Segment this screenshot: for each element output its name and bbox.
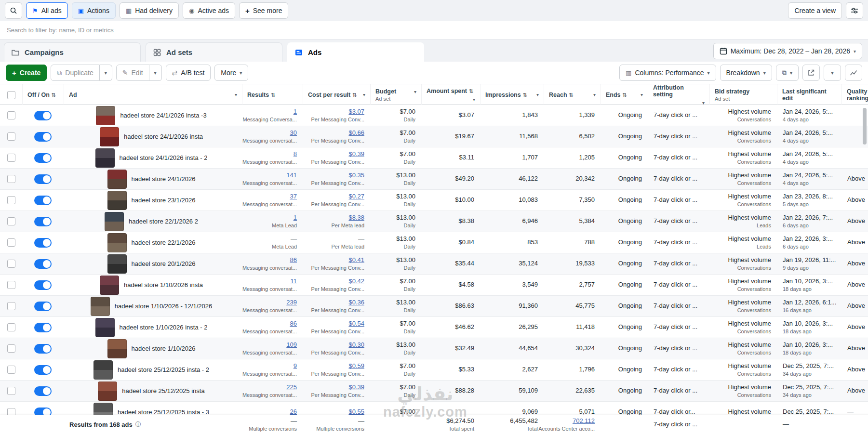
row-checkbox[interactable] <box>7 111 15 119</box>
cost-per-result-value[interactable]: $3.07 <box>348 108 364 116</box>
status-toggle[interactable] <box>34 238 52 248</box>
status-toggle[interactable] <box>34 111 52 120</box>
ad-thumbnail[interactable] <box>95 148 115 168</box>
row-checkbox[interactable] <box>7 281 15 289</box>
column-menu-icon[interactable]: ▾ <box>536 92 539 98</box>
sort-icon[interactable]: ⇅ <box>52 92 56 98</box>
column-header-amount-spent[interactable]: Amount spent⇅▾ <box>421 84 480 105</box>
ad-thumbnail[interactable] <box>100 127 119 146</box>
column-menu-icon[interactable]: ▾ <box>641 92 643 98</box>
date-range-button[interactable]: Maximum: Dec 28, 2022 – Jan 28, 2026 ▾ <box>713 43 862 59</box>
ad-name[interactable]: hadeel store 1/10/2026 insta - 2 <box>120 324 208 331</box>
see-more-button[interactable]: + See more <box>239 2 288 19</box>
ad-thumbnail[interactable] <box>100 276 119 295</box>
status-toggle[interactable] <box>34 259 52 269</box>
results-value[interactable]: 86 <box>290 256 297 264</box>
ad-thumbnail[interactable] <box>107 170 127 189</box>
column-header-last-significant-edit[interactable]: Last significant edit <box>777 84 841 105</box>
status-toggle[interactable] <box>34 302 52 311</box>
breakdown-button[interactable]: Breakdown ▾ <box>720 65 772 81</box>
column-header-budget[interactable]: Budget▾Ad set <box>370 84 421 105</box>
column-menu-icon[interactable]: ▾ <box>235 92 237 98</box>
column-menu-icon[interactable]: ▾ <box>414 89 416 95</box>
row-checkbox[interactable] <box>7 344 15 353</box>
row-checkbox[interactable] <box>7 387 15 395</box>
column-menu-icon[interactable]: ▾ <box>363 92 365 98</box>
status-toggle[interactable] <box>34 386 52 396</box>
filter-pill-had-delivery[interactable]: ▦ Had delivery <box>120 2 179 19</box>
search-input[interactable] <box>7 26 861 34</box>
search-button[interactable] <box>5 2 22 19</box>
ad-name[interactable]: hadeel store 24/1/2026 <box>132 175 196 183</box>
results-value[interactable]: 109 <box>286 341 297 349</box>
ad-name[interactable]: hadeel store 22/1/2026 <box>132 239 196 246</box>
results-value[interactable]: 239 <box>286 299 297 306</box>
tab-ads[interactable]: Ads <box>287 42 424 62</box>
create-view-button[interactable]: Create a view <box>788 2 842 19</box>
cost-per-result-value[interactable]: $0.66 <box>348 129 364 137</box>
summary-reach-value[interactable]: 702,112 <box>573 417 595 425</box>
results-value[interactable]: 11 <box>291 277 297 285</box>
column-menu-icon[interactable]: ▾ <box>593 92 596 98</box>
results-value[interactable]: 1 <box>294 214 297 222</box>
column-menu-icon[interactable]: ▾ <box>473 97 475 103</box>
ad-name[interactable]: hadeel store 1/10/2026 <box>132 345 196 352</box>
cost-per-result-value[interactable]: $0.35 <box>348 171 364 179</box>
row-checkbox[interactable] <box>7 302 15 310</box>
column-header-ends[interactable]: Ends⇅▾ <box>601 84 648 105</box>
cost-per-result-value[interactable]: $0.54 <box>348 320 364 328</box>
tab-campaigns[interactable]: Campaigns <box>4 42 141 62</box>
filter-pill-all-ads[interactable]: ⚑ All ads <box>26 2 68 19</box>
export-menu-button[interactable]: ▾ <box>824 65 841 81</box>
results-value[interactable]: 8 <box>294 150 297 158</box>
row-checkbox[interactable] <box>7 260 15 268</box>
filter-pill-active-ads[interactable]: ◉ Active ads <box>183 2 235 19</box>
cost-per-result-value[interactable]: $8.38 <box>348 214 364 222</box>
cost-per-result-value[interactable]: $0.42 <box>348 277 364 285</box>
cost-per-result-value[interactable]: $0.36 <box>348 299 364 306</box>
status-toggle[interactable] <box>34 196 52 205</box>
create-button[interactable]: + Create <box>6 65 47 81</box>
charts-button[interactable] <box>845 65 862 81</box>
status-toggle[interactable] <box>34 323 52 332</box>
ad-thumbnail[interactable] <box>96 106 115 125</box>
tab-ad-sets[interactable]: Ad sets <box>146 42 282 62</box>
results-value[interactable]: 86 <box>290 320 297 328</box>
columns-button[interactable]: ▥ Columns: Performance ▾ <box>619 65 716 81</box>
sort-icon[interactable]: ⇅ <box>523 92 527 98</box>
row-checkbox[interactable] <box>7 323 15 331</box>
ad-thumbnail[interactable] <box>105 212 124 231</box>
ad-name[interactable]: hadeel store 24/1/2026 insta -3 <box>120 112 206 119</box>
sort-icon[interactable]: ⇅ <box>569 92 574 98</box>
column-header-cost-per-result[interactable]: Cost per result⇅▾ <box>303 84 370 105</box>
export-button[interactable] <box>802 65 820 81</box>
sort-icon[interactable]: ⇅ <box>271 92 275 98</box>
results-value[interactable]: 1 <box>294 108 297 116</box>
status-toggle[interactable] <box>34 280 52 290</box>
column-header-impressions[interactable]: Impressions⇅▾ <box>480 84 544 105</box>
results-value[interactable]: 225 <box>286 383 297 391</box>
ad-thumbnail[interactable] <box>107 191 127 210</box>
ad-name[interactable]: hadeel store 1/10/2026 - 12/1/2026 <box>115 302 212 310</box>
status-toggle[interactable] <box>34 344 52 354</box>
results-value[interactable]: 30 <box>290 129 297 137</box>
cost-per-result-value[interactable]: $0.41 <box>348 256 364 264</box>
vertical-scrollbar[interactable] <box>863 108 867 145</box>
ad-name[interactable]: hadeel store 20/1/2026 <box>132 260 196 267</box>
cost-per-result-value[interactable]: $0.39 <box>348 150 364 158</box>
row-checkbox[interactable] <box>7 196 15 204</box>
duplicate-menu-button[interactable]: ▾ <box>100 65 112 81</box>
row-checkbox[interactable] <box>7 154 15 162</box>
column-header-bid-strategy[interactable]: Bid strategyAd set <box>709 84 777 105</box>
sort-icon[interactable]: ⇅ <box>469 88 473 94</box>
status-toggle[interactable] <box>34 153 52 163</box>
ad-name[interactable]: hadeel store 25/12/2025 insta - 2 <box>118 366 209 373</box>
ad-thumbnail[interactable] <box>98 381 117 401</box>
status-toggle[interactable] <box>34 132 52 142</box>
column-header-reach[interactable]: Reach⇅▾ <box>544 84 601 105</box>
cost-per-result-value[interactable]: $0.30 <box>348 341 364 349</box>
filter-pill-actions[interactable]: ▣ Actions <box>72 2 116 19</box>
row-checkbox[interactable] <box>7 238 15 247</box>
ad-name[interactable]: hadeel store 25/12/2025 insta <box>122 387 204 395</box>
ad-name[interactable]: hadeel store 23/1/2026 <box>132 197 196 204</box>
